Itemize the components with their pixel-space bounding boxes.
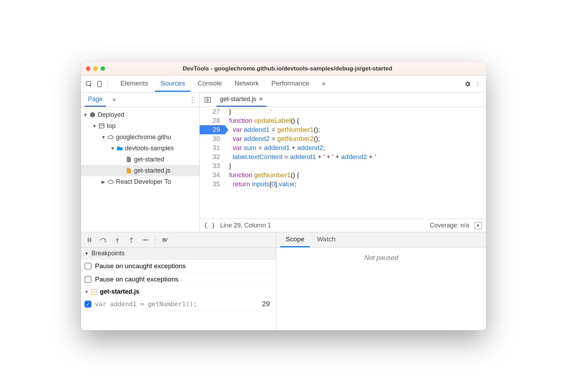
editor-pane: get-started.js × 272829303132333435 }fun… xyxy=(200,92,486,232)
source-line[interactable]: return inputs[0].value; xyxy=(225,180,486,189)
source-line[interactable]: function updateLabel() { xyxy=(225,116,486,125)
svg-point-8 xyxy=(105,241,106,242)
pause-caught-label: Pause on caught exceptions xyxy=(95,276,178,283)
close-icon[interactable] xyxy=(86,66,90,71)
coverage-label: Coverage: n/a xyxy=(430,222,469,229)
breakpoint-entry[interactable]: ✓ var addend1 = getNumber1(); 29 xyxy=(81,297,276,311)
navigator-more-icon[interactable]: ⋮ xyxy=(189,96,196,104)
tree-node[interactable]: ▼googlechrome.githu xyxy=(81,131,199,143)
editor-status-bar: { } Line 29, Column 1 Coverage: n/a ▼ xyxy=(200,219,486,232)
svg-point-9 xyxy=(117,241,118,243)
step-over-icon[interactable] xyxy=(97,235,110,245)
cloud-icon xyxy=(108,179,114,185)
breakpoint-code: var addend1 = getNumber1(); xyxy=(95,300,197,308)
tabs-overflow[interactable]: » xyxy=(316,76,331,92)
svg-point-10 xyxy=(131,241,132,243)
source-line[interactable]: label.textContent = addend1 + ' + ' + ad… xyxy=(225,152,486,161)
breakpoint-file-header[interactable]: ▼ ‹› get-started.js xyxy=(81,286,276,297)
pause-caught-row[interactable]: Pause on caught exceptions xyxy=(81,273,276,286)
pause-uncaught-row[interactable]: Pause on uncaught exceptions xyxy=(81,259,276,273)
breakpoint-file-icon: ‹› xyxy=(91,289,97,295)
tree-label: Deployed xyxy=(98,111,124,119)
tree-label: React Developer To xyxy=(116,178,171,186)
line-number[interactable]: 31 xyxy=(200,143,225,152)
line-number[interactable]: 35 xyxy=(200,180,225,189)
close-tab-icon[interactable]: × xyxy=(259,96,263,103)
tab-elements[interactable]: Elements xyxy=(115,76,154,92)
expand-icon[interactable]: ▼ xyxy=(92,123,96,129)
tab-network[interactable]: Network xyxy=(229,76,265,92)
window-controls xyxy=(86,66,105,71)
pause-icon[interactable] xyxy=(83,235,96,245)
line-number[interactable]: 27 xyxy=(200,107,225,116)
step-into-icon[interactable] xyxy=(111,235,124,245)
not-paused-message: Not paused xyxy=(277,248,486,330)
tab-sources[interactable]: Sources xyxy=(155,76,191,92)
expand-icon[interactable]: ▼ xyxy=(110,146,115,151)
breakpoints-section-header[interactable]: ▼ Breakpoints xyxy=(81,248,276,259)
panel-tabs: Elements Sources Console Network Perform… xyxy=(115,76,462,92)
line-number[interactable]: 33 xyxy=(200,161,225,171)
tree-node[interactable]: ▼Deployed xyxy=(81,109,199,120)
more-icon[interactable]: ⋮ xyxy=(473,79,483,89)
pause-uncaught-label: Pause on uncaught exceptions xyxy=(95,262,186,270)
expand-icon[interactable]: ▶ xyxy=(101,179,105,184)
line-number[interactable]: 32 xyxy=(200,152,225,161)
source-line[interactable]: var addend2 = getNumber2(); xyxy=(225,134,486,143)
folder-icon xyxy=(117,145,123,151)
toggle-navigator-icon[interactable] xyxy=(202,95,213,105)
line-number[interactable]: 29 xyxy=(200,125,225,134)
cloud-icon xyxy=(108,134,114,140)
minimize-icon[interactable] xyxy=(93,66,98,71)
line-number[interactable]: 34 xyxy=(200,171,225,180)
zoom-icon[interactable] xyxy=(101,66,105,71)
tree-node[interactable]: ▼devtools-samples xyxy=(81,143,199,154)
breakpoints-label: Breakpoints xyxy=(91,250,125,257)
line-gutter[interactable]: 272829303132333435 xyxy=(200,107,225,219)
deactivate-breakpoints-icon[interactable] xyxy=(159,235,171,245)
expand-icon[interactable]: ▼ xyxy=(101,135,105,140)
editor-tabs: get-started.js × xyxy=(200,92,486,107)
pretty-print-icon[interactable]: { } xyxy=(204,222,215,229)
tree-node[interactable]: get-started xyxy=(81,154,199,165)
editor-tab-active[interactable]: get-started.js × xyxy=(216,93,266,107)
line-number[interactable]: 30 xyxy=(200,134,225,143)
code-area[interactable]: 272829303132333435 }function updateLabel… xyxy=(200,107,486,219)
expand-icon[interactable]: ▼ xyxy=(83,112,87,118)
tab-performance[interactable]: Performance xyxy=(266,76,315,92)
checkbox-caught[interactable] xyxy=(84,276,91,283)
device-toolbar-icon[interactable] xyxy=(94,79,105,89)
source-text[interactable]: }function updateLabel() { var addend1 = … xyxy=(225,107,486,219)
svg-rect-1 xyxy=(98,81,101,87)
tab-watch[interactable]: Watch xyxy=(311,232,341,247)
tab-scope[interactable]: Scope xyxy=(280,232,310,247)
tree-node[interactable]: ▶React Developer To xyxy=(81,176,199,187)
source-line[interactable]: var addend1 = getNumber1(); xyxy=(225,125,486,134)
source-line[interactable]: var sum = addend1 + addend2; xyxy=(225,143,486,152)
source-line[interactable]: } xyxy=(225,107,486,116)
source-line[interactable]: function getNumber1() { xyxy=(225,171,486,180)
inspect-element-icon[interactable] xyxy=(84,79,94,89)
line-number[interactable]: 28 xyxy=(200,116,225,125)
step-icon[interactable] xyxy=(139,235,152,245)
tree-node[interactable]: get-started.js xyxy=(81,165,199,176)
checkbox-breakpoint[interactable]: ✓ xyxy=(84,301,91,308)
sources-panel: Page » ⋮ ▼Deployed▼top▼googlechrome.gith… xyxy=(81,92,486,232)
breakpoint-line-number: 29 xyxy=(262,300,273,308)
cursor-position: Line 29, Column 1 xyxy=(220,222,271,229)
source-line[interactable]: } xyxy=(225,161,486,171)
step-out-icon[interactable] xyxy=(125,235,138,245)
tree-node[interactable]: ▼top xyxy=(81,120,199,131)
navigator-tab-page[interactable]: Page xyxy=(84,93,106,107)
svg-rect-2 xyxy=(99,124,104,128)
navigator-overflow[interactable]: » xyxy=(112,96,116,103)
navigator-sidebar: Page » ⋮ ▼Deployed▼top▼googlechrome.gith… xyxy=(81,92,200,232)
checkbox-uncaught[interactable] xyxy=(84,263,91,270)
status-menu-icon[interactable]: ▼ xyxy=(474,222,482,229)
file-tree: ▼Deployed▼top▼googlechrome.githu▼devtool… xyxy=(81,107,199,189)
settings-icon[interactable] xyxy=(462,79,473,89)
tab-console[interactable]: Console xyxy=(192,76,228,92)
window-title: DevTools - googlechrome.github.io/devtoo… xyxy=(111,65,464,72)
tree-label: devtools-samples xyxy=(125,145,174,152)
tree-label: get-started.js xyxy=(134,167,170,174)
